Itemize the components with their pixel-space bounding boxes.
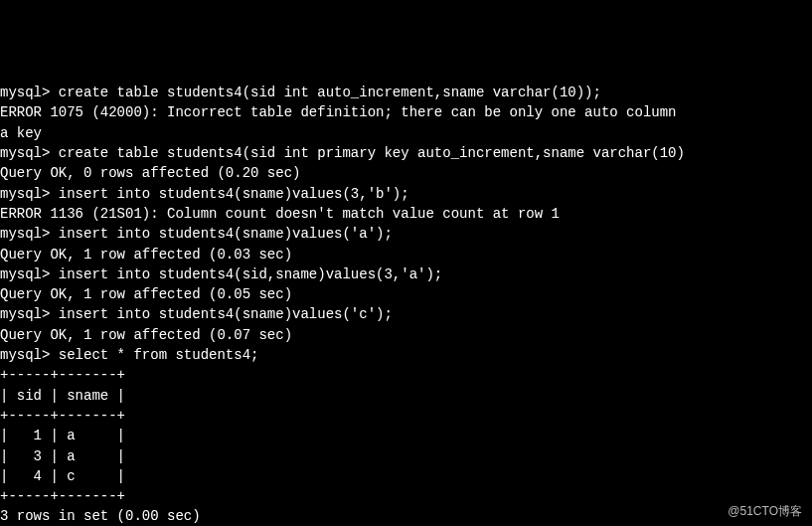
- terminal-line: | 1 | a |: [0, 426, 812, 445]
- terminal-line: ERROR 1136 (21S01): Column count doesn't…: [0, 204, 812, 224]
- terminal-line: Query OK, 1 row affected (0.03 sec): [0, 245, 812, 264]
- terminal-line: ERROR 1075 (42000): Incorrect table defi…: [0, 102, 812, 122]
- terminal-line: a key: [0, 123, 812, 143]
- terminal-line: mysql> insert into students4(sname)value…: [0, 184, 812, 204]
- terminal-line: Query OK, 1 row affected (0.05 sec): [0, 284, 812, 304]
- terminal-line: mysql> insert into students4(sname)value…: [0, 224, 812, 244]
- terminal-line: mysql> insert into students4(sname)value…: [0, 304, 812, 324]
- terminal-line: 3 rows in set (0.00 sec): [0, 506, 812, 526]
- terminal-line: | sid | sname |: [0, 386, 812, 406]
- terminal-line: mysql> create table students4(sid int pr…: [0, 143, 812, 163]
- terminal-line: mysql> insert into students4(sid,sname)v…: [0, 264, 812, 284]
- terminal-line: Query OK, 1 row affected (0.07 sec): [0, 325, 812, 345]
- terminal-line: Query OK, 0 rows affected (0.20 sec): [0, 163, 812, 183]
- terminal-line: | 4 | c |: [0, 466, 812, 486]
- terminal-line: +-----+-------+: [0, 365, 812, 385]
- terminal-line: | 3 | a |: [0, 446, 812, 466]
- terminal-line: mysql> create table students4(sid int au…: [0, 83, 812, 102]
- watermark-label: @51CTO博客: [728, 503, 802, 520]
- terminal-line: +-----+-------+: [0, 406, 812, 426]
- terminal-output[interactable]: mysql> create table students4(sid int au…: [0, 83, 812, 526]
- terminal-line: mysql> select * from students4;: [0, 345, 812, 365]
- terminal-line: +-----+-------+: [0, 486, 812, 506]
